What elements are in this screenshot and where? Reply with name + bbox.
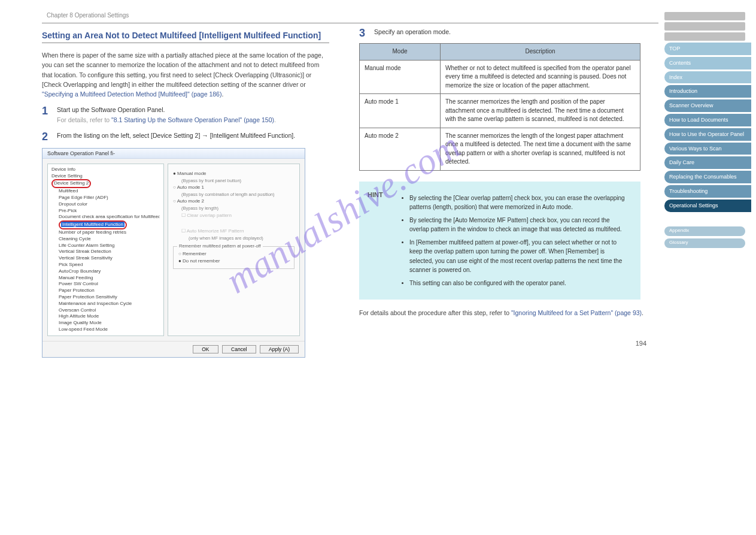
hint-label: HINT — [368, 190, 383, 200]
step-1: 1 Start up the Software Operation Panel.… — [42, 105, 329, 125]
nav-consumables[interactable]: Replacing the Consumables — [664, 171, 751, 183]
checkbox-clear-overlap[interactable]: ☐ Clear overlap pattern — [173, 212, 294, 219]
nav-contents[interactable]: Contents — [664, 57, 751, 69]
table-row: Manual mode Whether or not to detect mul… — [360, 60, 640, 94]
radio-manual-mode[interactable]: Manual mode — [173, 170, 294, 177]
step2-text: From the listing on the left, select [De… — [57, 131, 326, 140]
intro-link[interactable]: "Specifying a Multifeed Detection Method… — [42, 90, 221, 98]
settings-tree[interactable]: Device Info Device Setting Device Settin… — [47, 164, 164, 336]
table-row: Auto mode 1 The scanner memorizes the le… — [360, 94, 640, 128]
tree-item-device-setting-2[interactable]: Device Setting 2 — [51, 179, 160, 188]
table-header-mode: Mode — [360, 44, 441, 61]
tree-item[interactable]: High Altitude Mode — [59, 313, 160, 320]
dialog-title: Software Operation Panel fi- — [42, 149, 305, 159]
hint-bullet: By selecting the [Clear overlap pattern]… — [409, 194, 630, 212]
footer-link[interactable]: "Ignoring Multifeed for a Set Pattern" (… — [511, 309, 642, 316]
radio-sub: (Bypass by front panel button) — [173, 177, 294, 184]
mode-cell: Auto mode 1 — [360, 94, 441, 128]
nav-gray-bar — [664, 12, 745, 20]
mode-table: Mode Description Manual mode Whether or … — [359, 43, 640, 171]
desc-cell: The scanner memorizes the length of the … — [441, 128, 640, 170]
table-row: Auto mode 2 The scanner memorizes the le… — [360, 128, 640, 170]
tree-item-intelligent-multifeed[interactable]: Intelligent Multifeed Function — [59, 220, 160, 229]
radio-auto-mode-1[interactable]: Auto mode 1 — [173, 184, 294, 191]
tree-item[interactable]: Multifeed — [59, 188, 160, 195]
chapter-header: Chapter 8 Operational Settings — [42, 12, 664, 23]
section-title: Setting an Area Not to Detect Multifeed … — [42, 31, 329, 43]
radio-remember[interactable]: Remember — [178, 250, 289, 258]
nav-sidebar: TOP Contents Index Introduction Scanner … — [664, 0, 751, 358]
dialog-buttons: OK Cancel Apply (A) — [42, 341, 305, 357]
tree-item[interactable]: Cleaning Cycle — [59, 236, 160, 243]
nav-introduction[interactable]: Introduction — [664, 85, 751, 98]
ok-button[interactable]: OK — [193, 345, 218, 353]
step1-sub: For details, refer to "8.1 Starting Up t… — [57, 116, 276, 123]
tree-item[interactable]: Power SW Control — [59, 281, 160, 288]
tree-item[interactable]: Life Counter Alarm Setting — [59, 243, 160, 249]
tree-item[interactable]: Image Quality Mode — [59, 320, 160, 327]
tree-item[interactable]: Device Info — [51, 167, 160, 173]
nav-operational-settings[interactable]: Operational Settings — [664, 200, 751, 212]
step1-link[interactable]: "8.1 Starting Up the Software Operation … — [111, 116, 274, 123]
mode-cell: Manual mode — [360, 60, 441, 94]
tree-item[interactable]: Pre-Pick — [59, 208, 160, 214]
tree-item[interactable]: Document check area specification for Mu… — [59, 214, 160, 220]
hint-box: HINT By selecting the [Clear overlap pat… — [359, 182, 640, 300]
header-rule — [42, 23, 658, 23]
group-label: Remember multifeed pattern at power-off — [177, 243, 263, 249]
radio-auto-mode-2[interactable]: Auto mode 2 — [173, 198, 294, 205]
nav-daily-care[interactable]: Daily Care — [664, 156, 751, 169]
mode-cell: Auto mode 2 — [360, 128, 441, 170]
main-content: Chapter 8 Operational Settings Setting a… — [0, 0, 664, 358]
nav-gray-bar — [664, 32, 745, 41]
settings-pane: Manual mode (Bypass by front panel butto… — [168, 164, 300, 336]
nav-ways-to-scan[interactable]: Various Ways to Scan — [664, 143, 751, 155]
tree-item[interactable]: Dropout color — [59, 201, 160, 208]
radio-sub: (Bypass by combination of length and pos… — [173, 191, 294, 198]
left-column: Setting an Area Not to Detect Multifeed … — [42, 31, 329, 358]
tree-item[interactable]: Device Setting — [51, 173, 160, 180]
tree-item[interactable]: Paper Protection Sensitivity — [59, 294, 160, 301]
software-operation-panel-dialog: Software Operation Panel fi- Device Info… — [42, 148, 305, 358]
tree-item[interactable]: Pick Speed — [59, 262, 160, 268]
remember-group: Remember multifeed pattern at power-off … — [173, 246, 294, 269]
tree-item[interactable]: Page Edge Filler (ADF) — [59, 195, 160, 201]
intro-paragraph: When there is paper of the same size wit… — [42, 50, 329, 99]
table-header-desc: Description — [441, 44, 640, 61]
tree-item[interactable]: Paper Protection — [59, 288, 160, 294]
nav-appendix[interactable]: Appendix — [664, 226, 745, 236]
tree-item[interactable]: Low-speed Feed Mode — [59, 327, 160, 333]
right-column: 3 Specify an operation mode. Mode Descri… — [359, 31, 646, 358]
step-number: 2 — [42, 131, 55, 143]
tree-item[interactable]: Number of paper feeding retries — [59, 229, 160, 236]
nav-index[interactable]: Index — [664, 71, 751, 84]
nav-scanner-overview[interactable]: Scanner Overview — [664, 99, 751, 112]
checkbox-sub: (only when MF images are displayed) — [173, 235, 294, 241]
intro-text: When there is paper of the same size wit… — [42, 52, 323, 88]
nav-glossary[interactable]: Glossary — [664, 238, 745, 248]
tree-item[interactable]: Vertical Streak Sensitivity — [59, 255, 160, 262]
step3-text: Specify an operation mode. — [374, 27, 643, 37]
step1-text: Start up the Software Operation Panel. — [57, 106, 165, 113]
tree-item[interactable]: Vertical Streak Detection — [59, 249, 160, 255]
nav-operator-panel[interactable]: How to Use the Operator Panel — [664, 128, 751, 141]
nav-top[interactable]: TOP — [664, 43, 751, 55]
tree-item[interactable]: Maintenance and Inspection Cycle — [59, 301, 160, 307]
page-number: 194 — [636, 340, 646, 347]
tree-item[interactable]: Overscan Control — [59, 307, 160, 314]
step-number: 3 — [359, 27, 372, 40]
checkbox-auto-memorize[interactable]: ☐ Auto Memorize MF Pattern — [173, 228, 294, 235]
tree-item[interactable]: AutoCrop Boundary — [59, 268, 160, 275]
tree-item[interactable]: Manual Feeding — [59, 275, 160, 282]
nav-load-documents[interactable]: How to Load Documents — [664, 114, 751, 126]
apply-button[interactable]: Apply (A) — [260, 345, 299, 353]
cancel-button[interactable]: Cancel — [222, 345, 256, 353]
nav-gray-bar — [664, 22, 745, 31]
hint-bullet: In [Remember multifeed pattern at power-… — [409, 238, 630, 275]
step-3: 3 Specify an operation mode. — [359, 27, 646, 40]
hint-bullet: By selecting the [Auto Memorize MF Patte… — [409, 216, 630, 234]
nav-troubleshooting[interactable]: Troubleshooting — [664, 185, 751, 198]
step-number: 1 — [42, 105, 55, 117]
radio-do-not-remember[interactable]: Do not remember — [178, 258, 289, 265]
footer-para: For details about the procedure after th… — [359, 308, 646, 318]
